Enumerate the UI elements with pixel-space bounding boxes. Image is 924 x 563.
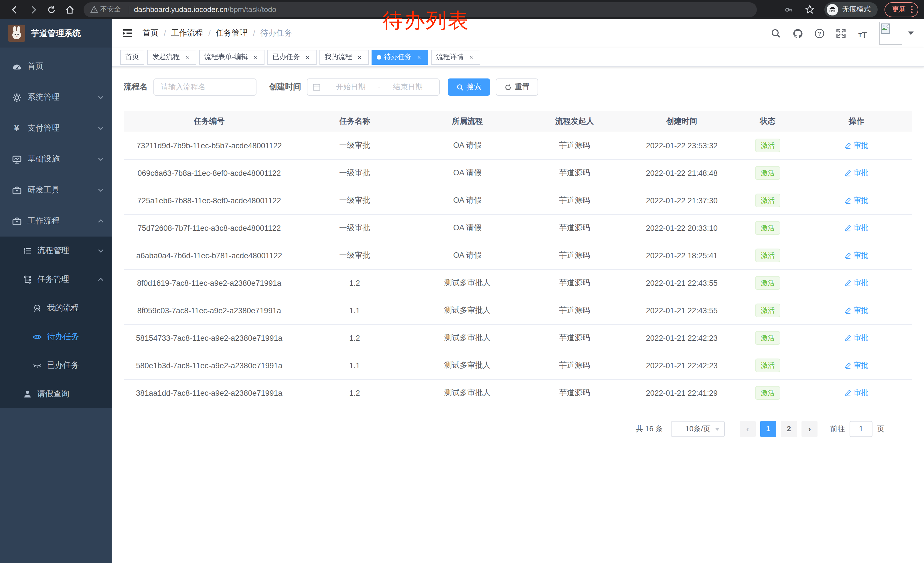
prev-page-button[interactable]: ‹ xyxy=(740,421,756,437)
tab-我的流程[interactable]: 我的流程× xyxy=(320,50,369,65)
page-button-2[interactable]: 2 xyxy=(781,421,797,437)
sidebar-item-done-tasks[interactable]: 已办任务 xyxy=(0,351,112,380)
bookmark-star-icon[interactable] xyxy=(802,2,817,17)
approve-link[interactable]: 审批 xyxy=(844,388,868,398)
app-logo-row[interactable]: 芋道管理系统 xyxy=(0,19,112,48)
avatar[interactable] xyxy=(879,22,902,45)
sidebar-item-system[interactable]: 系统管理 xyxy=(0,82,112,113)
screen: 待办列表 不安全 dashboard.yudao.iocoder.cn/bpm/… xyxy=(0,0,924,563)
breadcrumb-separator: / xyxy=(253,29,255,38)
github-icon[interactable] xyxy=(792,27,803,39)
approve-link[interactable]: 审批 xyxy=(844,278,868,288)
edit-pen-icon xyxy=(844,197,851,204)
sidebar-item-workflow[interactable]: 工作流程 xyxy=(0,206,112,237)
sidebar-item-todo-tasks[interactable]: 待办任务 xyxy=(0,323,112,351)
end-date-placeholder[interactable]: 结束日期 xyxy=(382,82,434,92)
flow-tree-icon xyxy=(23,275,32,284)
help-icon[interactable]: ? xyxy=(813,27,825,39)
tab-close-icon[interactable]: × xyxy=(303,53,311,61)
tab-首页[interactable]: 首页 xyxy=(120,50,144,65)
date-range-picker[interactable]: 开始日期 - 结束日期 xyxy=(307,78,440,96)
tab-流程详情[interactable]: 流程详情× xyxy=(431,50,480,65)
incognito-label: 无痕模式 xyxy=(842,5,871,14)
browser-home-icon[interactable] xyxy=(62,2,77,17)
tab-已办任务[interactable]: 已办任务× xyxy=(267,50,316,65)
approve-link[interactable]: 审批 xyxy=(844,195,868,206)
breadcrumb-task-mgmt[interactable]: 任务管理 xyxy=(216,28,248,38)
url-host: dashboard.yudao.iocoder.cn xyxy=(134,5,228,14)
breadcrumb-separator: / xyxy=(208,29,211,38)
table-row: 75d72608-7b7f-11ec-a3c8-acde48001122 一级审… xyxy=(124,214,912,242)
cell-process: 测试多审批人 xyxy=(414,269,520,297)
browser-reload-icon[interactable] xyxy=(44,2,59,17)
edit-pen-icon xyxy=(844,279,851,286)
process-name-input[interactable]: 请输入流程名 xyxy=(153,78,256,96)
sidebar-item-leave-query[interactable]: 请假查询 xyxy=(0,380,112,408)
cell-create-time: 2022-01-22 23:53:32 xyxy=(629,132,735,159)
sidebar-item-payment[interactable]: ¥ 支付管理 xyxy=(0,113,112,144)
search-button-label: 搜索 xyxy=(466,82,482,92)
password-key-icon[interactable] xyxy=(782,2,796,17)
approve-link[interactable]: 审批 xyxy=(844,360,868,371)
goto-page-input[interactable]: 1 xyxy=(850,421,873,437)
app-title: 芋道管理系统 xyxy=(31,28,81,39)
sidebar-item-task-mgmt[interactable]: 任务管理 xyxy=(0,265,112,294)
approve-link[interactable]: 审批 xyxy=(844,333,868,343)
sidebar-item-my-process[interactable]: 我的流程 xyxy=(0,294,112,323)
cell-task-id: 725a1eb6-7b88-11ec-8ef0-acde48001122 xyxy=(124,187,295,214)
tab-close-icon[interactable]: × xyxy=(415,53,423,61)
font-size-icon[interactable]: TT xyxy=(857,27,868,39)
sidebar-item-infra[interactable]: 基础设施 xyxy=(0,144,112,175)
approve-link[interactable]: 审批 xyxy=(844,305,868,315)
sidebar-item-label: 已办任务 xyxy=(47,360,79,371)
sidebar-collapse-icon[interactable] xyxy=(122,27,134,39)
breadcrumb-workflow[interactable]: 工作流程 xyxy=(171,28,203,38)
sidebar-item-home[interactable]: 首页 xyxy=(0,51,112,82)
search-button[interactable]: 搜索 xyxy=(448,78,490,96)
chevron-down-icon xyxy=(98,125,104,131)
tab-close-icon[interactable]: × xyxy=(467,53,475,61)
cell-task-name: 1.1 xyxy=(295,352,415,379)
warning-icon xyxy=(90,6,98,13)
start-date-placeholder[interactable]: 开始日期 xyxy=(325,82,377,92)
tab-待办任务[interactable]: 待办任务× xyxy=(372,50,428,65)
tab-发起流程[interactable]: 发起流程× xyxy=(147,50,196,65)
tab-close-icon[interactable]: × xyxy=(183,53,191,61)
breadcrumb-home[interactable]: 首页 xyxy=(142,28,159,38)
browser-menu-icon[interactable] xyxy=(911,6,912,13)
tab-label: 流程详情 xyxy=(436,52,464,62)
approve-link[interactable]: 审批 xyxy=(844,250,868,261)
create-time-label: 创建时间 xyxy=(269,82,301,92)
pagination: 共 16 条 10条/页 ‹ 1 2 › 前往 1 页 xyxy=(124,421,885,437)
browser-forward-icon[interactable] xyxy=(26,2,40,17)
process-name-label: 流程名 xyxy=(124,82,148,92)
chevron-up-icon xyxy=(98,218,104,224)
tab-label: 已办任务 xyxy=(273,52,300,62)
tab-流程表单-编辑[interactable]: 流程表单-编辑× xyxy=(199,50,264,65)
avatar-dropdown-caret[interactable] xyxy=(908,32,914,35)
sidebar-item-label: 请假查询 xyxy=(37,389,104,399)
sidebar-item-label: 我的流程 xyxy=(47,303,79,313)
sidebar-item-devtools[interactable]: 研发工具 xyxy=(0,175,112,206)
approve-link[interactable]: 审批 xyxy=(844,168,868,178)
page-button-1[interactable]: 1 xyxy=(760,421,776,437)
search-icon[interactable] xyxy=(770,27,782,39)
security-label[interactable]: 不安全 xyxy=(100,5,121,14)
browser-back-icon[interactable] xyxy=(8,2,22,17)
reset-button[interactable]: 重置 xyxy=(496,78,538,96)
approve-link[interactable]: 审批 xyxy=(844,140,868,151)
tab-close-icon[interactable]: × xyxy=(251,53,260,61)
browser-update-button[interactable]: 更新 xyxy=(885,2,918,17)
cell-create-time: 2022-01-21 22:42:23 xyxy=(629,352,735,379)
cell-create-time: 2022-01-21 22:41:29 xyxy=(629,379,735,407)
approve-link[interactable]: 审批 xyxy=(844,223,868,233)
tab-close-icon[interactable]: × xyxy=(356,53,363,61)
page-size-select[interactable]: 10条/页 xyxy=(671,421,725,437)
next-page-button[interactable]: › xyxy=(801,421,818,437)
cell-starter: 芋道源码 xyxy=(520,269,629,297)
sidebar-item-label: 首页 xyxy=(27,61,104,72)
yen-icon: ¥ xyxy=(12,123,22,134)
fullscreen-icon[interactable] xyxy=(835,27,847,39)
sidebar-item-label: 任务管理 xyxy=(37,274,98,285)
sidebar-item-process-mgmt[interactable]: 流程管理 xyxy=(0,237,112,265)
